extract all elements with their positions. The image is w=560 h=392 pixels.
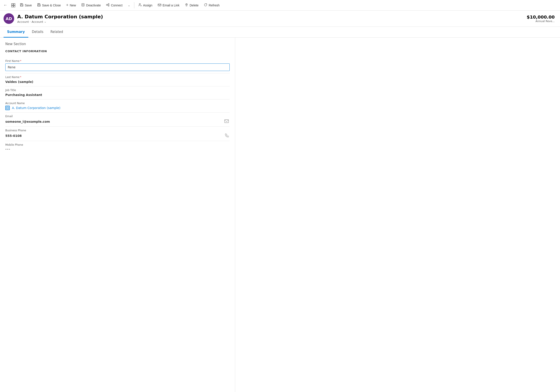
- svg-rect-3: [13, 6, 15, 7]
- connect-icon: [106, 3, 110, 8]
- mobile-phone-label: Mobile Phone: [5, 143, 230, 146]
- save-close-button[interactable]: Save & Close: [35, 2, 63, 9]
- job-title-value: Purchasing Assistant: [5, 93, 230, 97]
- more-button[interactable]: ⌄: [126, 2, 132, 8]
- toolbar-separator: [134, 2, 134, 8]
- tab-related[interactable]: Related: [47, 27, 67, 38]
- svg-point-12: [139, 4, 140, 5]
- delete-label: Delete: [190, 4, 199, 7]
- new-label: New: [70, 4, 76, 7]
- new-button[interactable]: + New: [64, 1, 78, 9]
- svg-rect-1: [13, 4, 15, 5]
- toolbar: ← Save Save & Close + New Deactivate: [0, 0, 560, 11]
- account-link-icon: [5, 106, 10, 110]
- email-link-button[interactable]: Email a Link: [156, 2, 182, 9]
- last-name-label: Last Name *: [5, 76, 230, 79]
- record-header-left: AD A. Datum Corporation (sample) Account…: [4, 13, 103, 24]
- field-mobile-phone: Mobile Phone ---: [5, 141, 230, 153]
- breadcrumb-view[interactable]: Account: [32, 20, 43, 23]
- deactivate-icon: [81, 3, 85, 8]
- section-header: CONTACT INFORMATION: [5, 49, 230, 53]
- more-icon: ⌄: [128, 4, 130, 7]
- refresh-icon: [204, 3, 207, 8]
- connect-button[interactable]: Connect: [104, 2, 125, 9]
- assign-label: Assign: [143, 4, 152, 7]
- business-phone-label: Business Phone: [5, 129, 230, 132]
- section-title: New Section: [5, 42, 230, 46]
- assign-icon: [138, 3, 142, 8]
- back-button[interactable]: ←: [2, 2, 9, 9]
- new-icon: +: [66, 3, 69, 8]
- field-job-title: Job Title Purchasing Assistant: [5, 87, 230, 99]
- tab-summary[interactable]: Summary: [4, 27, 28, 38]
- avatar: AD: [4, 13, 14, 24]
- refresh-button[interactable]: Refresh: [201, 2, 222, 9]
- breadcrumb-type[interactable]: Account: [17, 20, 29, 23]
- refresh-label: Refresh: [209, 4, 220, 7]
- svg-point-11: [108, 5, 109, 6]
- last-name-required: *: [20, 76, 21, 79]
- tab-details[interactable]: Details: [28, 27, 47, 38]
- breadcrumb: Account · Account ⌄: [17, 20, 103, 23]
- record-title: A. Datum Corporation (sample): [17, 14, 103, 20]
- email-link-icon: [158, 3, 161, 8]
- email-link-label: Email a Link: [163, 4, 180, 7]
- record-header: AD A. Datum Corporation (sample) Account…: [0, 11, 560, 27]
- record-info: A. Datum Corporation (sample) Account · …: [17, 14, 103, 23]
- email-value: someone_i@example.com: [5, 119, 50, 124]
- content-area: New Section CONTACT INFORMATION First Na…: [0, 38, 560, 392]
- business-phone-value-row: 555-0108: [5, 133, 230, 139]
- account-name-link[interactable]: A. Datum Corporation (sample): [5, 106, 230, 110]
- field-group: First Name * Last Name * Valdes (sample)…: [5, 57, 230, 153]
- first-name-required: *: [20, 59, 21, 63]
- phone-action-icon[interactable]: [224, 133, 230, 139]
- job-title-label: Job Title: [5, 89, 230, 92]
- svg-rect-5: [20, 5, 23, 6]
- deactivate-label: Deactivate: [86, 4, 101, 7]
- email-action-icon[interactable]: [223, 119, 230, 124]
- account-name-label: Account Name: [5, 102, 230, 105]
- svg-point-9: [106, 4, 108, 5]
- left-panel: New Section CONTACT INFORMATION First Na…: [0, 38, 235, 392]
- form-selector-button[interactable]: [10, 2, 17, 9]
- field-account-name: Account Name A. Datum Corporation (sampl…: [5, 99, 230, 113]
- save-icon: [20, 3, 23, 8]
- svg-rect-4: [21, 4, 22, 4]
- annual-revenue-label: Annual Reve...: [527, 20, 555, 23]
- svg-rect-2: [11, 6, 13, 7]
- field-business-phone: Business Phone 555-0108: [5, 127, 230, 141]
- breadcrumb-separator: ·: [30, 20, 31, 23]
- tabs-bar: Summary Details Related: [0, 27, 560, 38]
- save-button[interactable]: Save: [18, 2, 34, 9]
- save-close-icon: [37, 3, 41, 8]
- right-panel: [235, 38, 560, 392]
- mobile-phone-value: ---: [5, 147, 230, 151]
- email-value-row: someone_i@example.com: [5, 119, 230, 124]
- save-close-label: Save & Close: [42, 4, 61, 7]
- business-phone-value: 555-0108: [5, 134, 22, 138]
- svg-rect-15: [225, 120, 229, 123]
- field-last-name: Last Name * Valdes (sample): [5, 73, 230, 87]
- first-name-input[interactable]: [5, 63, 230, 71]
- field-email: Email someone_i@example.com: [5, 113, 230, 127]
- deactivate-button[interactable]: Deactivate: [79, 2, 103, 9]
- svg-rect-13: [158, 4, 161, 6]
- last-name-value: Valdes (sample): [5, 79, 230, 84]
- field-first-name: First Name *: [5, 57, 230, 73]
- svg-point-10: [108, 3, 109, 4]
- connect-label: Connect: [111, 4, 122, 7]
- assign-button[interactable]: Assign: [136, 2, 155, 9]
- save-label: Save: [25, 4, 32, 7]
- first-name-label: First Name *: [5, 59, 230, 63]
- delete-icon: [185, 3, 188, 8]
- delete-button[interactable]: Delete: [182, 2, 201, 9]
- svg-rect-0: [11, 4, 13, 5]
- email-label: Email: [5, 115, 230, 118]
- annual-revenue-value: $10,000.00: [527, 14, 555, 20]
- svg-rect-6: [38, 4, 39, 4]
- svg-rect-7: [38, 5, 40, 6]
- record-header-right: $10,000.00 Annual Reve...: [527, 14, 556, 23]
- breadcrumb-dropdown-icon[interactable]: ⌄: [44, 20, 46, 23]
